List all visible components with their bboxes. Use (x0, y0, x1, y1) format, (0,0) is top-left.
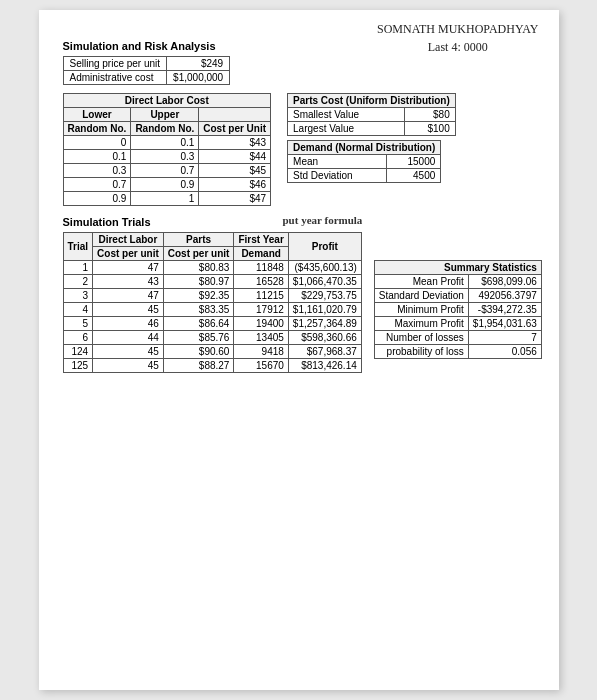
table-row: Mean Profit $698,099.06 (374, 275, 541, 289)
summary-value: $1,954,031.63 (468, 317, 541, 331)
table-row: Maximum Profit $1,954,031.63 (374, 317, 541, 331)
random-no-upper-header: Random No. (131, 122, 199, 136)
table-row: 0.3 0.7 $45 (63, 164, 271, 178)
handwritten-note: put year formula (283, 214, 363, 226)
parts-header: Parts (163, 233, 234, 247)
table-row: Std Deviation 4500 (288, 169, 441, 183)
lower-val: 0.1 (63, 150, 131, 164)
upper-val: 0.9 (131, 178, 199, 192)
demand-title: Demand (Normal Distribution) (288, 141, 441, 155)
table-row: 0.9 1 $47 (63, 192, 271, 206)
summary-label: Standard Deviation (374, 289, 468, 303)
parts-cost-table: Parts Cost (Uniform Distribution) Smalle… (287, 93, 456, 136)
table-row: Standard Deviation 492056.3797 (374, 289, 541, 303)
direct-labor-block: Direct Labor Cost Lower Upper Random No.… (63, 93, 272, 206)
trials-table-block: Trial Direct Labor Parts First Year Prof… (63, 232, 362, 373)
table-row: 0 0.1 $43 (63, 136, 271, 150)
table-row: 125 45 $88.27 15670 $813,426.14 (63, 359, 361, 373)
table-row: 1 47 $80.83 11848 ($435,600.13) (63, 261, 361, 275)
upper-header: Upper (131, 108, 199, 122)
demand-value: 15000 (386, 155, 440, 169)
table-row: 5 46 $86.64 19400 $1,257,364.89 (63, 317, 361, 331)
handwritten-header: SOMNATH MUKHOPADHYAY Last 4: 0000 (377, 20, 538, 56)
table-row: 3 47 $92.35 11215 $229,753.75 (63, 289, 361, 303)
cost-per-unit-header: Cost per Unit (199, 122, 271, 136)
cost-val: $47 (199, 192, 271, 206)
cost-val: $43 (199, 136, 271, 150)
demand-label: Mean (288, 155, 387, 169)
parts-cost-title: Parts Cost (Uniform Distribution) (288, 94, 456, 108)
lower-val: 0 (63, 136, 131, 150)
table-row: 4 45 $83.35 17912 $1,161,020.79 (63, 303, 361, 317)
table-row: Largest Value $100 (288, 122, 456, 136)
table-row: Number of losses 7 (374, 331, 541, 345)
labor-subheader: Cost per unit (93, 247, 164, 261)
lower-val: 0.9 (63, 192, 131, 206)
trial-header: Trial (63, 233, 93, 261)
upper-val: 0.3 (131, 150, 199, 164)
summary-label: Minimum Profit (374, 303, 468, 317)
demand-header: First Year (234, 233, 288, 247)
direct-labor-title: Direct Labor Cost (63, 94, 271, 108)
table-row: probability of loss 0.056 (374, 345, 541, 359)
table-row: Minimum Profit -$394,272.35 (374, 303, 541, 317)
page: SOMNATH MUKHOPADHYAY Last 4: 0000 Simula… (39, 10, 559, 690)
summary-value: 0.056 (468, 345, 541, 359)
table-row: Administrative cost $1,000,000 (63, 71, 230, 85)
table-row: 124 45 $90.60 9418 $67,968.37 (63, 345, 361, 359)
trials-table: Trial Direct Labor Parts First Year Prof… (63, 232, 362, 373)
table-row: Smallest Value $80 (288, 108, 456, 122)
param-value: $249 (167, 57, 230, 71)
header-line2: Last 4: 0000 (428, 40, 488, 54)
random-no-lower-header: Random No. (63, 122, 131, 136)
summary-label: Mean Profit (374, 275, 468, 289)
header-line1: SOMNATH MUKHOPADHYAY (377, 22, 538, 36)
labor-header: Direct Labor (93, 233, 164, 247)
cost-val: $46 (199, 178, 271, 192)
summary-label: probability of loss (374, 345, 468, 359)
table-row: 2 43 $80.97 16528 $1,066,470.35 (63, 275, 361, 289)
table-row: 0.7 0.9 $46 (63, 178, 271, 192)
table-row: Selling price per unit $249 (63, 57, 230, 71)
summary-value: 492056.3797 (468, 289, 541, 303)
profit-header: Profit (288, 233, 361, 261)
summary-value: $698,099.06 (468, 275, 541, 289)
parts-value: $100 (405, 122, 456, 136)
param-value: $1,000,000 (167, 71, 230, 85)
parts-label: Largest Value (288, 122, 405, 136)
demand-label: Std Deviation (288, 169, 387, 183)
trials-and-summary: Trial Direct Labor Parts First Year Prof… (63, 232, 535, 373)
lower-header: Lower (63, 108, 131, 122)
summary-value: -$394,272.35 (468, 303, 541, 317)
param-label: Administrative cost (63, 71, 167, 85)
parts-demand-block: Parts Cost (Uniform Distribution) Smalle… (287, 93, 456, 183)
cost-header (199, 108, 271, 122)
simulation-trials-section: Simulation Trials put year formula Trial… (63, 216, 535, 373)
top-params-table: Selling price per unit $249 Administrati… (63, 56, 231, 85)
demand-subheader: Demand (234, 247, 288, 261)
summary-table: Summary Statistics Mean Profit $698,099.… (374, 260, 542, 359)
param-label: Selling price per unit (63, 57, 167, 71)
summary-title: Summary Statistics (374, 261, 541, 275)
summary-label: Maximum Profit (374, 317, 468, 331)
table-row: 0.1 0.3 $44 (63, 150, 271, 164)
table-row: 6 44 $85.76 13405 $598,360.66 (63, 331, 361, 345)
summary-value: 7 (468, 331, 541, 345)
direct-labor-table: Direct Labor Cost Lower Upper Random No.… (63, 93, 272, 206)
upper-val: 0.1 (131, 136, 199, 150)
summary-block: Summary Statistics Mean Profit $698,099.… (374, 260, 542, 359)
demand-value: 4500 (386, 169, 440, 183)
parts-label: Smallest Value (288, 108, 405, 122)
upper-val: 0.7 (131, 164, 199, 178)
simulation-trials-title: Simulation Trials put year formula (63, 216, 535, 228)
middle-tables-row: Direct Labor Cost Lower Upper Random No.… (63, 93, 535, 206)
demand-table: Demand (Normal Distribution) Mean 15000 … (287, 140, 441, 183)
upper-val: 1 (131, 192, 199, 206)
cost-val: $45 (199, 164, 271, 178)
cost-val: $44 (199, 150, 271, 164)
lower-val: 0.3 (63, 164, 131, 178)
summary-label: Number of losses (374, 331, 468, 345)
parts-subheader: Cost per unit (163, 247, 234, 261)
lower-val: 0.7 (63, 178, 131, 192)
parts-value: $80 (405, 108, 456, 122)
